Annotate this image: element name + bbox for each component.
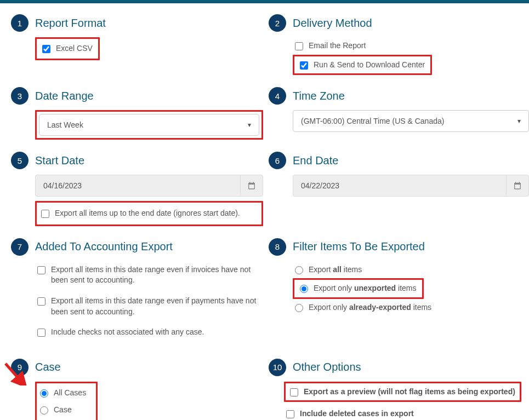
section-9-head: 9 Case (11, 359, 263, 376)
label-acct-2: Export all items in this date range even… (51, 296, 261, 317)
select-time-zone-value: (GMT-06:00) Central Time (US & Canada) (301, 117, 444, 125)
label-filter-unexported: Export only unexported items (314, 283, 417, 294)
value-end-date: 04/22/2023 (301, 181, 339, 190)
label-preview: Export as a preview (will not flag items… (304, 387, 515, 398)
radio-case-all[interactable] (40, 389, 48, 398)
label-email-report: Email the Report (309, 41, 366, 51)
section-1-head: 1 Report Format (11, 14, 263, 32)
option-filter-already[interactable]: Export only already-exported items (293, 299, 529, 317)
section-8-head: 8 Filter Items To Be Exported (269, 238, 529, 256)
select-date-range-value: Last Week (47, 120, 83, 129)
annotation-arrow-icon (2, 360, 27, 386)
input-end-date[interactable]: 04/22/2023 (293, 175, 506, 197)
badge-7: 7 (11, 238, 29, 256)
label-filter-already: Export only already-exported items (309, 302, 431, 313)
label-export-all-to-end: Export all items up to the end date (ign… (55, 208, 240, 219)
option-acct-1[interactable]: Export all items in this date range even… (35, 261, 263, 289)
label-case-single: Case (54, 405, 72, 416)
option-case-all[interactable]: All Cases (38, 384, 88, 402)
option-email-report[interactable]: Email the Report (293, 37, 529, 55)
checkbox-acct-3[interactable] (37, 329, 45, 337)
checkbox-export-all-to-end[interactable] (41, 210, 49, 218)
radio-filter-already[interactable] (295, 304, 303, 312)
option-acct-3[interactable]: Include checks not associated with any c… (35, 324, 263, 341)
section-10-head: 10 Other Options (269, 359, 529, 376)
label-filter-all: Export all items (309, 264, 362, 275)
option-deleted[interactable]: Include deleted cases in export (284, 405, 529, 420)
section-3-title: Date Range (35, 90, 94, 102)
badge-2: 2 (269, 14, 286, 32)
chevron-down-icon: ▾ (517, 117, 521, 125)
badge-1: 1 (11, 14, 29, 32)
label-acct-3: Include checks not associated with any c… (51, 327, 204, 338)
badge-8: 8 (269, 238, 286, 256)
label-run-send: Run & Send to Download Center (314, 60, 425, 71)
radio-filter-unexported[interactable] (300, 285, 308, 293)
option-excel-csv[interactable]: Excel CSV (40, 40, 95, 57)
option-run-send[interactable]: Run & Send to Download Center (298, 56, 427, 74)
label-deleted: Include deleted cases in export (300, 409, 414, 419)
radio-filter-all[interactable] (295, 266, 303, 274)
section-10-title: Other Options (293, 361, 361, 373)
badge-5: 5 (11, 152, 29, 169)
section-3-head: 3 Date Range (11, 87, 263, 105)
section-7-title: Added To Accounting Export (35, 240, 173, 253)
section-5-head: 5 Start Date (11, 152, 263, 169)
section-8-title: Filter Items To Be Exported (293, 240, 425, 253)
label-case-all: All Cases (54, 388, 86, 399)
checkbox-run-send[interactable] (300, 61, 308, 70)
badge-10: 10 (269, 359, 286, 376)
chevron-down-icon: ▾ (248, 121, 251, 129)
label-excel-csv: Excel CSV (56, 43, 93, 54)
checkbox-email-report[interactable] (295, 42, 303, 50)
checkbox-excel-csv[interactable] (42, 45, 50, 53)
select-time-zone[interactable]: (GMT-06:00) Central Time (US & Canada) ▾ (293, 110, 529, 132)
checkbox-preview[interactable] (290, 388, 298, 396)
option-case-single[interactable]: Case (38, 401, 88, 419)
value-start-date: 04/16/2023 (43, 181, 82, 190)
option-acct-2[interactable]: Export all items in this date range even… (35, 292, 263, 320)
checkbox-deleted[interactable] (286, 410, 294, 418)
section-4-head: 4 Time Zone (269, 87, 529, 105)
checkbox-acct-1[interactable] (37, 266, 45, 274)
input-start-date[interactable]: 04/16/2023 (35, 175, 240, 197)
calendar-icon (247, 181, 256, 190)
badge-3: 3 (11, 87, 29, 105)
option-preview[interactable]: Export as a preview (will not flag items… (288, 383, 517, 401)
section-7-head: 7 Added To Accounting Export (11, 238, 263, 256)
label-acct-1: Export all items in this date range even… (51, 264, 261, 286)
svg-line-0 (5, 364, 22, 382)
option-filter-unexported[interactable]: Export only unexported items (298, 280, 419, 297)
checkbox-acct-2[interactable] (37, 297, 45, 306)
form-container: 1 Report Format Excel CSV 2 Delivery Met… (0, 3, 529, 420)
section-6-head: 6 End Date (269, 152, 529, 169)
section-9-title: Case (35, 361, 61, 373)
badge-4: 4 (269, 87, 286, 105)
section-5-title: Start Date (35, 154, 84, 167)
option-export-all-to-end[interactable]: Export all items up to the end date (ign… (39, 205, 259, 222)
radio-case-single[interactable] (40, 406, 48, 415)
section-2-title: Delivery Method (293, 17, 372, 30)
select-date-range[interactable]: Last Week ▾ (39, 114, 259, 136)
button-start-date-picker[interactable] (240, 175, 263, 197)
section-6-title: End Date (293, 154, 338, 167)
section-1-title: Report Format (35, 17, 106, 30)
button-end-date-picker[interactable] (506, 175, 529, 197)
section-2-head: 2 Delivery Method (269, 14, 529, 32)
badge-6: 6 (269, 152, 286, 169)
section-4-title: Time Zone (293, 90, 345, 102)
option-filter-all[interactable]: Export all items (293, 261, 529, 279)
calendar-icon (513, 181, 522, 190)
